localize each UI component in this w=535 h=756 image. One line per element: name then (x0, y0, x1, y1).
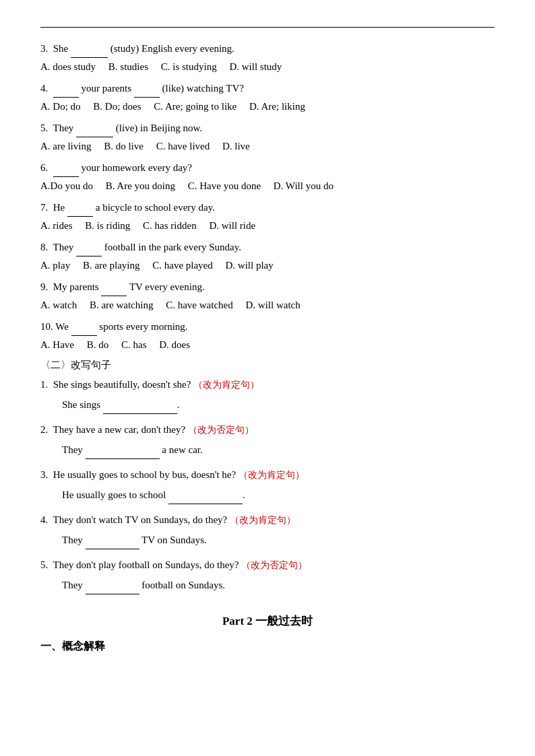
question-3: 3. She (study) English every evening. A.… (40, 40, 495, 75)
q8-text: 8. They football in the park every Sunda… (40, 238, 495, 256)
rw2-question: 2. They have a new car, don't they? （改为否… (40, 421, 495, 439)
rw3-answer: He usually goes to school . (40, 485, 495, 504)
rewrite-1: 1. She sings beautifully, doesn't she? （… (40, 376, 495, 414)
q7-blank (67, 199, 93, 217)
q6-options: A.Do you do B. Are you doing C. Have you… (40, 178, 495, 195)
rewrite-2: 2. They have a new car, don't they? （改为否… (40, 421, 495, 459)
section-rewrite-header: 〈二〉改写句子 (40, 359, 495, 372)
rw5-blank (86, 576, 139, 594)
rw3-blank (168, 485, 243, 504)
q3-options: A. does study B. studies C. is studying … (40, 59, 495, 76)
rw2-answer: They a new car. (40, 440, 495, 459)
rw5-answer: They football on Sundays. (40, 576, 495, 594)
question-8: 8. They football in the park every Sunda… (40, 238, 495, 274)
rw4-question: 4. They don't watch TV on Sundays, do th… (40, 511, 495, 529)
q5-text: 5. They (live) in Beijing now. (40, 119, 495, 137)
top-divider (40, 27, 495, 28)
q8-blank (76, 238, 102, 256)
rw2-blank (86, 440, 160, 459)
rw1-note: （改为肯定句） (193, 380, 259, 390)
q7-text: 7. He a bicycle to school every day. (40, 199, 495, 217)
q4-options: A. Do; do B. Do; does C. Are; going to l… (40, 98, 495, 116)
rewrite-section: 1. She sings beautifully, doesn't she? （… (40, 376, 495, 594)
question-6: 6. your homework every day? A.Do you do … (40, 159, 495, 195)
q4-blank1 (53, 79, 79, 98)
rw2-note: （改为否定句） (188, 425, 254, 435)
rw4-note: （改为肯定句） (230, 515, 296, 525)
q6-text: 6. your homework every day? (40, 159, 495, 177)
rewrite-4: 4. They don't watch TV on Sundays, do th… (40, 511, 495, 549)
q4-blank2 (134, 79, 160, 98)
q10-text: 10. We sports every morning. (40, 318, 495, 336)
q7-options: A. rides B. is riding C. has ridden D. w… (40, 217, 495, 235)
mc-questions-section: 3. She (study) English every evening. A.… (40, 40, 495, 353)
question-4: 4. your parents (like) watching TV? A. D… (40, 79, 495, 115)
question-5: 5. They (live) in Beijing now. A. are li… (40, 119, 495, 155)
q4-text: 4. your parents (like) watching TV? (40, 79, 495, 98)
rw1-question: 1. She sings beautifully, doesn't she? （… (40, 376, 495, 394)
rw3-question: 3. He usually goes to school by bus, doe… (40, 466, 495, 484)
rw5-note: （改为否定句） (241, 560, 307, 570)
concept-header: 一、概念解释 (40, 640, 495, 654)
q10-options: A. Have B. do C. has D. does (40, 337, 495, 354)
q5-options: A. are living B. do live C. have lived D… (40, 138, 495, 156)
q3-blank (71, 40, 108, 58)
rewrite-3: 3. He usually goes to school by bus, doe… (40, 466, 495, 504)
rw4-blank (86, 530, 139, 549)
q9-blank (101, 278, 127, 296)
rw1-answer: She sings . (40, 395, 495, 414)
question-7: 7. He a bicycle to school every day. A. … (40, 199, 495, 234)
rw1-blank (103, 395, 177, 414)
part2-title: Part 2 一般过去时 (40, 613, 495, 629)
rw5-question: 5. They don't play football on Sundays, … (40, 556, 495, 574)
rw4-answer: They TV on Sundays. (40, 530, 495, 549)
question-9: 9. My parents TV every evening. A. watch… (40, 278, 495, 314)
q10-blank (71, 318, 97, 336)
q3-text: 3. She (study) English every evening. (40, 40, 495, 58)
q9-text: 9. My parents TV every evening. (40, 278, 495, 296)
rewrite-5: 5. They don't play football on Sundays, … (40, 556, 495, 594)
q8-options: A. play B. are playing C. have played D.… (40, 257, 495, 275)
rw3-note: （改为肯定句） (239, 470, 305, 480)
question-10: 10. We sports every morning. A. Have B. … (40, 318, 495, 353)
q9-options: A. watch B. are watching C. have watched… (40, 297, 495, 314)
q6-blank (53, 159, 79, 177)
q5-blank (76, 119, 113, 137)
